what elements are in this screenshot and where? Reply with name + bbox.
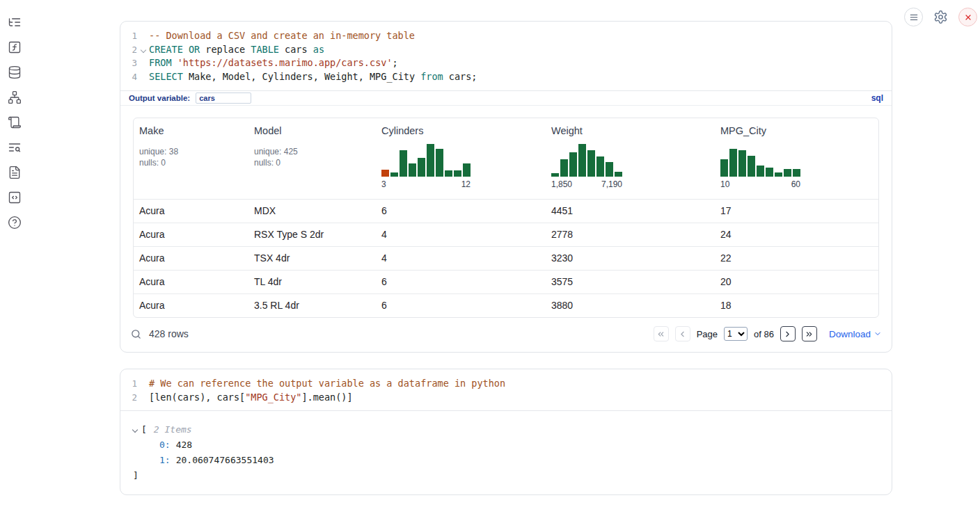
scroll-icon[interactable] (6, 114, 23, 131)
histogram-bar (381, 170, 389, 177)
database-icon[interactable] (6, 64, 23, 81)
code-token: SELECT (149, 71, 183, 82)
close-bracket: ] (133, 468, 879, 483)
fold-chevron-icon[interactable] (137, 43, 149, 57)
chevron-left-icon (678, 330, 687, 339)
sql-code-editor[interactable]: 1-- Download a CSV and create an in-memo… (120, 22, 892, 90)
histogram-bar (757, 166, 764, 177)
code-line: 2CREATE OR replace TABLE cars as (120, 43, 892, 57)
dependency-graph-icon[interactable] (6, 89, 23, 106)
page-total-label: of 86 (754, 329, 774, 339)
fold-gutter (137, 56, 149, 70)
sidebar-panel-icons (6, 14, 23, 231)
histogram-bar (409, 163, 416, 177)
column-stats: unique: 38nulls: 0 (139, 146, 243, 169)
hamburger-icon (909, 13, 919, 22)
code-token: # We can reference the output variable a… (149, 378, 505, 389)
prev-page-button[interactable] (675, 326, 690, 341)
line-number: 2 (120, 391, 137, 405)
chevron-down-icon (874, 330, 882, 338)
histogram-bar (775, 172, 782, 177)
python-cell: 1# We can reference the output variable … (120, 369, 892, 495)
column-header-mpg_city[interactable]: MPG_City1060 (715, 118, 878, 199)
histogram-bar (793, 169, 800, 177)
open-bracket: [ (141, 422, 147, 437)
histogram-bar (596, 156, 604, 177)
axis-min-label: 10 (720, 179, 729, 189)
output-item-key: 1: (159, 455, 171, 465)
line-number: 1 (120, 377, 137, 391)
histogram-bar (606, 162, 613, 177)
histogram-bars (381, 142, 471, 177)
table-cell: Acura (134, 252, 248, 264)
code-text: -- Download a CSV and create an in-memor… (149, 29, 415, 43)
close-button[interactable] (958, 8, 977, 26)
search-button[interactable] (130, 328, 142, 340)
last-page-button[interactable] (802, 326, 817, 341)
code-snippets-icon[interactable] (6, 189, 23, 206)
table-cell: 20 (715, 276, 878, 287)
line-number: 3 (120, 56, 137, 70)
histogram-bar (560, 159, 568, 177)
table-row: AcuraRSX Type S 2dr4277824 (134, 223, 878, 246)
line-number: 4 (120, 70, 137, 84)
python-code-editor[interactable]: 1# We can reference the output variable … (120, 369, 892, 411)
histogram-bar (400, 150, 407, 177)
column-header-cylinders[interactable]: Cylinders312 (376, 118, 546, 199)
column-histogram: 1,8507,190 (551, 142, 622, 189)
code-line: 4SELECT Make, Model, Cylinders, Weight, … (120, 70, 892, 84)
axis-max-label: 60 (791, 179, 800, 189)
settings-button[interactable] (931, 8, 950, 26)
column-header-weight[interactable]: Weight1,8507,190 (546, 118, 715, 199)
text-search-icon[interactable] (6, 139, 23, 156)
histogram-axis-labels: 1060 (720, 179, 800, 189)
histogram-bar (729, 149, 737, 177)
code-token: from (420, 71, 443, 82)
row-count: 428 rows (149, 328, 189, 339)
code-token (183, 44, 189, 55)
items-count-label: 2 Items (154, 422, 192, 437)
output-variable-input[interactable] (196, 92, 251, 104)
menu-button[interactable] (904, 8, 923, 26)
table-row: AcuraTL 4dr6357520 (134, 270, 878, 293)
file-tree-icon[interactable] (6, 14, 23, 31)
next-page-button[interactable] (780, 326, 796, 341)
table-cell: 3880 (546, 300, 715, 311)
output-variable-label: Output variable: (129, 94, 190, 102)
code-token: CREATE (149, 44, 183, 55)
histogram-bar (390, 172, 398, 177)
download-button[interactable]: Download (829, 329, 882, 339)
fold-gutter (137, 29, 149, 43)
help-icon[interactable] (6, 214, 23, 231)
close-icon (964, 13, 972, 22)
chevrons-right-icon (805, 330, 814, 339)
histogram-bar (587, 150, 595, 177)
column-header-make[interactable]: Makeunique: 38nulls: 0 (134, 118, 248, 199)
document-icon[interactable] (6, 164, 23, 181)
table-cell: RSX Type S 2dr (248, 229, 376, 240)
code-token: "MPG_City" (245, 392, 301, 403)
output-item: 0:428 (133, 437, 879, 453)
axis-max-label: 12 (461, 179, 471, 189)
stat-line: unique: 38 (139, 146, 243, 158)
first-page-button[interactable] (654, 326, 669, 341)
fold-gutter (137, 70, 149, 84)
column-name: Weight (551, 125, 709, 136)
page-select[interactable]: 1 (724, 327, 748, 341)
code-text: CREATE OR replace TABLE cars as (149, 43, 324, 57)
line-number: 2 (120, 43, 137, 57)
tree-root[interactable]: [ 2 Items (133, 422, 879, 437)
function-square-icon[interactable] (6, 39, 23, 56)
column-name: MPG_City (720, 125, 873, 136)
table-cell: 4 (376, 252, 546, 264)
code-text: FROM 'https://datasets.marimo.app/cars.c… (149, 56, 398, 70)
histogram-bar (418, 158, 425, 177)
fold-gutter (137, 377, 149, 391)
download-label: Download (829, 329, 871, 339)
line-number: 1 (120, 29, 137, 43)
output-item-key: 0: (159, 440, 171, 450)
code-token: 'https://datasets.marimo.app/cars.csv' (177, 57, 393, 68)
column-header-model[interactable]: Modelunique: 425nulls: 0 (248, 118, 376, 199)
histogram-bar (784, 169, 791, 177)
table-footer: 428 rows Page 1 of 86 Download (120, 318, 892, 351)
